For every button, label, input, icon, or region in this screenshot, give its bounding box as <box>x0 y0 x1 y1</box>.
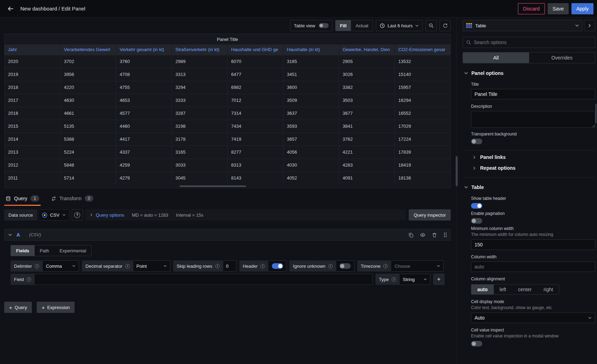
column-header[interactable]: Haushalte (in kt) <box>283 44 339 55</box>
table-cell: 16294 <box>395 94 450 107</box>
ignore-unknown-toggle[interactable] <box>339 263 351 269</box>
panel-options-section[interactable]: Panel options <box>463 63 595 77</box>
table-cell: 2020 <box>5 55 60 68</box>
column-width-input[interactable] <box>471 261 595 272</box>
column-header[interactable]: Straßenverkehr (in kt) <box>172 44 227 55</box>
search-input[interactable] <box>474 40 592 45</box>
delimiter-value: Comma <box>46 264 62 269</box>
type-select[interactable]: String <box>400 274 430 285</box>
field-name-input[interactable] <box>35 274 373 285</box>
time-range-picker[interactable]: Last 6 hours <box>376 20 423 31</box>
info-icon[interactable] <box>260 264 265 268</box>
tab-experimental[interactable]: Experimental <box>54 245 91 256</box>
table-view-toggle[interactable] <box>319 23 329 28</box>
cell-display-mode-label: Cell display mode <box>471 299 595 304</box>
query-actions: Query Expression <box>4 302 451 313</box>
timezone-select[interactable]: Choose <box>391 260 444 272</box>
repeat-options-section[interactable]: Repeat options <box>472 161 595 172</box>
info-icon[interactable] <box>392 277 396 282</box>
table-cell: 4708 <box>116 68 172 81</box>
info-icon[interactable] <box>383 264 388 268</box>
min-column-width-input[interactable] <box>471 239 595 250</box>
cell-value-inspect-toggle[interactable] <box>471 341 482 346</box>
align-right-option[interactable]: right <box>538 285 559 294</box>
max-data-points-info: MD = auto = 1283 <box>132 212 168 218</box>
datasource-row: Data source CSV Query options MD = auto <box>4 209 451 220</box>
table-cell: 3033 <box>172 159 227 172</box>
main-area: Table view Fill Actual Last 6 hours <box>0 18 597 364</box>
options-scrollbar[interactable] <box>595 104 597 123</box>
decimal-separator-select[interactable]: Point <box>133 260 170 272</box>
table-cell: 3294 <box>172 81 227 94</box>
query-ref-id: A <box>16 232 20 238</box>
column-header[interactable]: Verkehr gesamt (in kt) <box>116 44 172 55</box>
table-cell: 4337 <box>116 146 172 159</box>
pane-splitter[interactable] <box>455 18 458 364</box>
query-inspector-button[interactable]: Query inspector <box>409 209 451 220</box>
datasource-picker[interactable]: CSV <box>38 209 69 220</box>
table-cell: 4220 <box>60 81 116 94</box>
panel-title-input[interactable] <box>471 89 595 99</box>
column-header[interactable]: Jahr <box>5 44 60 55</box>
header-toggle[interactable] <box>272 263 283 269</box>
drag-handle-icon[interactable] <box>443 232 447 238</box>
refresh-button[interactable] <box>440 20 451 31</box>
show-table-header-toggle[interactable] <box>471 203 482 209</box>
align-auto-option[interactable]: auto <box>471 285 494 294</box>
table-row: 201746304653333370123509350316294 <box>5 94 450 107</box>
transparent-background-toggle[interactable] <box>471 139 482 144</box>
actual-option[interactable]: Actual <box>351 20 373 31</box>
info-icon[interactable] <box>328 264 333 268</box>
info-icon[interactable] <box>27 277 31 282</box>
search-icon <box>466 40 471 45</box>
add-query-button[interactable]: Query <box>4 302 32 313</box>
back-button[interactable] <box>5 3 16 14</box>
column-header[interactable]: Verarbeitendes Gewerl <box>60 44 116 55</box>
horizontal-scrollbar[interactable] <box>180 186 246 187</box>
delimiter-select[interactable]: Comma <box>43 260 79 272</box>
column-header[interactable]: CO2-Emissionen gesar <box>395 44 450 55</box>
query-options-link[interactable]: Query options <box>90 212 124 218</box>
min-column-width-label: Minimum column width <box>471 226 595 231</box>
duplicate-query-icon[interactable] <box>408 232 414 238</box>
info-icon[interactable] <box>125 264 130 268</box>
cell-display-mode-select[interactable]: Auto <box>471 313 595 323</box>
discard-button[interactable]: Discard <box>518 3 545 14</box>
panel-title[interactable]: Panel Title <box>5 34 450 44</box>
info-icon[interactable] <box>35 264 39 268</box>
table-cell: 4056 <box>283 146 339 159</box>
fill-option[interactable]: Fill <box>336 20 351 31</box>
table-cell: 8313 <box>227 159 283 172</box>
description-field[interactable] <box>471 111 595 128</box>
tab-overrides[interactable]: Overrides <box>529 52 595 63</box>
align-left-option[interactable]: left <box>494 285 512 294</box>
remove-query-icon[interactable] <box>432 232 437 238</box>
tab-fields[interactable]: Fields <box>11 245 35 256</box>
add-field-button[interactable] <box>433 274 444 285</box>
skip-rows-input[interactable] <box>223 260 237 272</box>
options-search[interactable] <box>463 37 595 48</box>
hide-query-icon[interactable] <box>420 232 426 238</box>
collapse-options-button[interactable] <box>584 20 595 31</box>
tab-path[interactable]: Path <box>35 245 55 256</box>
info-icon[interactable] <box>215 264 220 268</box>
table-cell: 4091 <box>339 172 395 184</box>
column-header[interactable]: Haushalte und GHD ge <box>227 44 283 55</box>
datasource-help-button[interactable] <box>72 209 83 220</box>
tab-all[interactable]: All <box>463 52 529 63</box>
tab-transform[interactable]: Transform 0 <box>50 191 95 206</box>
enable-pagination-toggle[interactable] <box>471 218 482 224</box>
left-pane-scrollbar[interactable] <box>456 156 458 186</box>
add-expression-button[interactable]: Expression <box>37 302 75 313</box>
visualization-picker[interactable]: Table <box>463 20 583 31</box>
align-center-option[interactable]: center <box>512 285 538 294</box>
apply-button[interactable]: Apply <box>571 3 594 14</box>
zoom-out-time-button[interactable] <box>426 20 437 31</box>
column-alignment-label: Column alignment <box>471 276 595 281</box>
column-header[interactable]: Gewerbe, Handel, Dien <box>339 44 395 55</box>
tab-query[interactable]: Query 1 <box>4 191 41 206</box>
query-editor-header[interactable]: A (CSV) <box>4 229 451 241</box>
save-button[interactable]: Save <box>548 3 569 14</box>
panel-links-section[interactable]: Panel links <box>472 150 595 161</box>
table-options-section[interactable]: Table <box>463 177 595 191</box>
